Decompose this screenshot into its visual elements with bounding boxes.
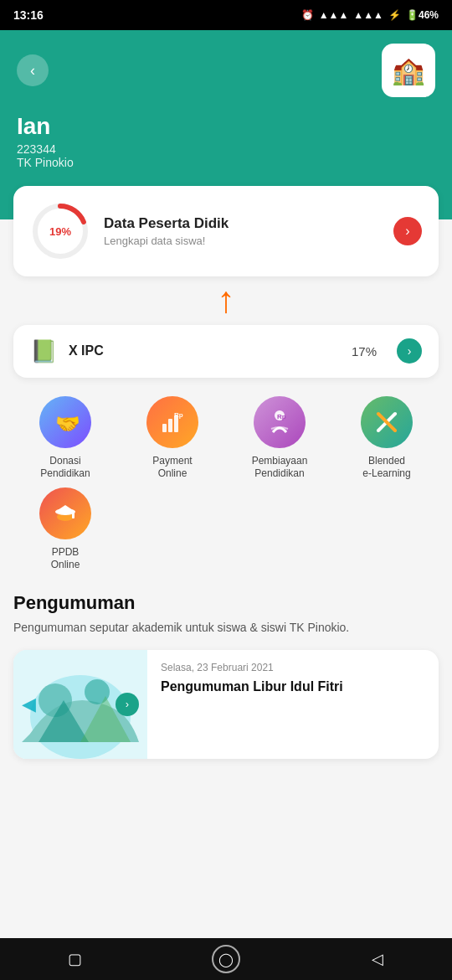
user-name: Ian <box>17 112 435 141</box>
time: 13:16 <box>13 8 44 22</box>
announcement-content: Selasa, 23 Februari 2021 Pengumuman Libu… <box>147 650 439 759</box>
status-bar: 13:16 ⏰ ▲▲▲ ▲▲▲ ⚡ 🔋46% <box>0 0 452 30</box>
svg-text:Rp: Rp <box>277 413 286 420</box>
announcement-date: Selasa, 23 Februari 2021 <box>161 662 425 673</box>
svg-rect-3 <box>162 424 167 432</box>
nav-square-btn[interactable]: ▢ <box>63 947 86 971</box>
back-button[interactable]: ‹ <box>17 54 49 86</box>
announcement-image: ◀ › <box>13 650 147 759</box>
nav-home-btn[interactable]: ◯ <box>212 945 240 973</box>
svg-rect-14 <box>72 512 74 518</box>
menu-grid-row2: PPDBOnline <box>13 487 439 572</box>
announcement-title: Pengumuman Libur Idul Fitri <box>161 678 425 696</box>
school-icon: 🏫 <box>382 44 435 97</box>
menu-grid-row1: 🤝 DonasiPendidikan Rp PaymentOnline <box>13 396 439 481</box>
nav-back-btn[interactable]: ◁ <box>366 947 389 971</box>
section-title: Pengumuman <box>13 592 439 614</box>
data-card-arrow[interactable]: › <box>393 217 422 245</box>
payment-icon: Rp <box>146 396 198 448</box>
donasi-label: DonasiPendidikan <box>40 455 90 481</box>
up-arrow-icon: ↑ <box>217 281 235 318</box>
signal-icon2: ▲▲▲ <box>353 9 383 21</box>
user-school: TK Pinokio <box>17 156 435 169</box>
wifi-icon: ⚡ <box>388 9 401 21</box>
data-card-text: Data Peserta Didik Lengkapi data siswa! <box>104 215 380 247</box>
section-subtitle: Pengumuman seputar akademik untuk siswa … <box>13 619 439 637</box>
class-name: X IPC <box>69 343 340 358</box>
ppdb-label: PPDBOnline <box>51 546 80 572</box>
donasi-icon: 🤝 <box>39 396 91 448</box>
svg-text:◀: ◀ <box>22 694 36 714</box>
svg-text:Rp: Rp <box>174 411 183 419</box>
menu-blended[interactable]: Blendede-Learning <box>338 396 435 481</box>
class-card[interactable]: 📗 X IPC 17% › <box>13 325 439 378</box>
header-top: ‹ 🏫 <box>17 44 435 97</box>
alarm-icon: ⏰ <box>301 9 314 21</box>
payment-label: PaymentOnline <box>152 455 192 481</box>
announcement-card[interactable]: ◀ › Selasa, 23 Februari 2021 Pengumuman … <box>13 650 439 759</box>
bottom-nav: ▢ ◯ ◁ <box>0 938 452 980</box>
svg-text:🤝: 🤝 <box>55 411 79 436</box>
blended-icon <box>361 396 413 448</box>
user-id: 223344 <box>17 142 435 156</box>
user-info: Ian 223344 TK Pinokio <box>17 112 435 169</box>
data-peserta-card[interactable]: 19% Data Peserta Didik Lengkapi data sis… <box>13 186 439 276</box>
data-card-title: Data Peserta Didik <box>104 215 380 232</box>
class-percent: 17% <box>352 344 377 358</box>
class-card-arrow[interactable]: › <box>397 338 422 364</box>
signal-icon1: ▲▲▲ <box>319 9 349 21</box>
main-content: 19% Data Peserta Didik Lengkapi data sis… <box>0 186 452 776</box>
book-icon: 📗 <box>30 338 57 364</box>
svg-rect-4 <box>168 419 172 432</box>
menu-ppdb[interactable]: PPDBOnline <box>17 487 114 572</box>
announcement-next-btn[interactable]: › <box>116 693 139 716</box>
menu-payment[interactable]: Rp PaymentOnline <box>124 396 221 481</box>
menu-pembiayaan[interactable]: Rp PembiayaanPendidikan <box>231 396 328 481</box>
pembiayaan-label: PembiayaanPendidikan <box>252 455 308 481</box>
progress-circle: 19% <box>30 201 90 261</box>
battery-icon: 🔋46% <box>406 9 439 21</box>
status-icons: ⏰ ▲▲▲ ▲▲▲ ⚡ 🔋46% <box>301 9 439 21</box>
annotation-arrow: ↑ <box>13 281 439 318</box>
menu-donasi[interactable]: 🤝 DonasiPendidikan <box>17 396 114 481</box>
pembiayaan-icon: Rp <box>254 396 306 448</box>
blended-label: Blendede-Learning <box>362 455 410 481</box>
ppdb-icon <box>39 487 91 539</box>
data-card-subtitle: Lengkapi data siswa! <box>104 235 380 247</box>
progress-label: 19% <box>49 224 71 237</box>
